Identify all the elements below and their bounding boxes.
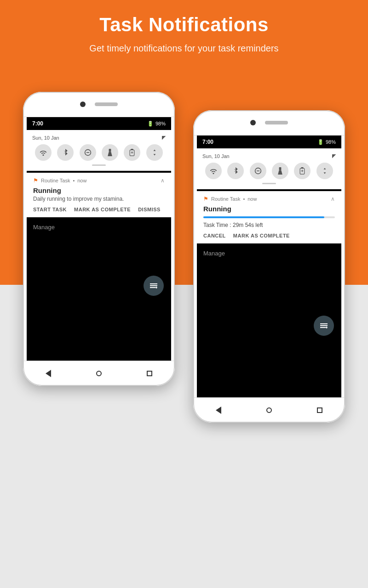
svg-marker-3	[108, 152, 112, 156]
qs-battery-saver-icon[interactable]	[124, 144, 140, 161]
black-area-right	[197, 261, 341, 367]
qs-signal-right: ◤	[332, 153, 336, 159]
svg-rect-2	[109, 149, 111, 152]
notif-time-left: now	[77, 178, 86, 183]
notif-mark-complete-btn-left[interactable]: MARK AS COMPLETE	[74, 207, 131, 212]
phone-left-camera	[80, 102, 86, 107]
qs-flashlight-icon-right[interactable]	[272, 163, 288, 179]
fab-button-left[interactable]	[144, 276, 164, 296]
nav-recents-left[interactable]	[147, 371, 152, 376]
battery-pct-left: 98%	[155, 121, 166, 126]
qs-battery-saver-icon-right[interactable]	[294, 163, 310, 179]
svg-marker-14	[278, 170, 282, 175]
notif-actions-left: START TASK MARK AS COMPLETE DISMISS	[33, 207, 165, 212]
phone-right-screen: 7:00 🔋 98% Sun, 10 Jan ◤	[197, 136, 341, 397]
qs-dnd-icon-right[interactable]	[250, 163, 266, 179]
manage-section-right: Manage	[197, 245, 341, 261]
status-bar-right: 7:00 🔋 98%	[197, 136, 341, 148]
qs-signal-left: ◤	[162, 135, 166, 141]
notif-start-task-btn[interactable]: START TASK	[33, 207, 67, 212]
qs-dnd-icon[interactable]	[80, 144, 96, 161]
quick-settings-left: Sun, 10 Jan ◤	[27, 130, 171, 171]
phone-left-speaker	[95, 102, 118, 106]
notif-body-left: Daily running to improve my stamina.	[33, 196, 165, 202]
nav-home-right[interactable]	[266, 407, 272, 413]
notif-app-left: ⚑ Routine Task • now	[33, 177, 86, 184]
battery-pct-right: 98%	[326, 139, 336, 145]
notif-mark-complete-btn-right[interactable]: MARK AS COMPLETE	[233, 233, 290, 238]
manage-label-right: Manage	[203, 250, 225, 257]
qs-icons-right	[202, 163, 336, 179]
phone-right: 7:00 🔋 98% Sun, 10 Jan ◤	[193, 110, 345, 423]
notif-app-right: ⚑ Routine Task • now	[203, 196, 257, 202]
nav-back-left[interactable]	[46, 370, 51, 377]
qs-divider-left	[92, 164, 106, 166]
notif-app-name-right: Routine Task	[211, 196, 240, 202]
page-title: Task Notifications	[99, 14, 269, 36]
notif-task-time: Task Time : 29m 54s left	[203, 222, 335, 228]
status-time-right: 7:00	[202, 139, 213, 145]
qs-wifi-icon-right[interactable]	[205, 163, 222, 179]
phone-right-camera	[250, 120, 256, 125]
qs-date-row-right: Sun, 10 Jan ◤	[202, 153, 336, 159]
phone-right-speaker	[265, 121, 288, 124]
notif-cancel-btn[interactable]: CANCEL	[203, 233, 226, 238]
svg-rect-13	[279, 167, 282, 170]
phone-right-bottom-bar	[193, 397, 345, 423]
status-right-left: 🔋 98%	[147, 121, 166, 127]
notif-time-right: now	[247, 196, 257, 202]
notif-dismiss-btn[interactable]: DISMISS	[138, 207, 161, 212]
notif-chevron-right: ∧	[331, 196, 335, 202]
qs-icons-left	[32, 144, 166, 161]
notif-app-name-left: Routine Task	[41, 178, 70, 183]
qs-flashlight-icon[interactable]	[102, 144, 118, 161]
progress-bar-fill	[203, 216, 324, 218]
qs-bluetooth-icon[interactable]	[57, 144, 74, 161]
qs-data-icon[interactable]	[146, 144, 163, 161]
notif-flag-icon-right: ⚑	[203, 196, 208, 202]
phone-right-top-bar	[193, 110, 345, 136]
status-bar-left: 7:00 🔋 98%	[27, 117, 171, 130]
notif-actions-right: CANCEL MARK AS COMPLETE	[203, 233, 335, 238]
phone-left-top-bar	[23, 92, 175, 117]
status-right-right: 🔋 98%	[317, 139, 336, 145]
notif-header-left: ⚑ Routine Task • now ∧	[33, 177, 165, 184]
page-subtitle: Get timely notifications for your task r…	[89, 43, 278, 54]
notif-title-left: Running	[33, 187, 165, 194]
notif-dot-right: •	[243, 196, 245, 202]
qs-bluetooth-icon-right[interactable]	[227, 163, 244, 179]
phone-left-bottom-bar	[23, 361, 175, 386]
notification-card-right: ⚑ Routine Task • now ∧ Running Task Time…	[197, 191, 341, 243]
nav-back-right[interactable]	[216, 407, 221, 414]
svg-rect-16	[301, 167, 304, 168]
battery-icon-right: 🔋	[317, 139, 324, 145]
phone-left-screen: 7:00 🔋 98% Sun, 10 Jan ◤	[27, 117, 171, 361]
fab-button-right[interactable]	[314, 316, 334, 336]
qs-divider-right	[262, 183, 276, 184]
phones-wrapper: 7:00 🔋 98% Sun, 10 Jan ◤	[0, 92, 368, 423]
qs-data-icon-right[interactable]	[316, 163, 333, 179]
black-area-left	[27, 235, 171, 327]
manage-label-left: Manage	[33, 224, 55, 231]
status-time-left: 7:00	[32, 120, 43, 127]
notif-chevron-left: ∧	[161, 177, 165, 184]
nav-recents-right[interactable]	[317, 407, 322, 413]
qs-date-row-left: Sun, 10 Jan ◤	[32, 135, 166, 141]
manage-section-left: Manage	[27, 219, 171, 235]
qs-wifi-icon[interactable]	[35, 144, 52, 161]
notif-title-right: Running	[203, 205, 335, 213]
notif-dot-left: •	[73, 178, 75, 183]
qs-date-left: Sun, 10 Jan	[32, 135, 59, 141]
phone-left: 7:00 🔋 98% Sun, 10 Jan ◤	[23, 92, 175, 386]
quick-settings-right: Sun, 10 Jan ◤	[197, 148, 341, 189]
notif-header-right: ⚑ Routine Task • now ∧	[203, 196, 335, 202]
notif-flag-icon-left: ⚑	[33, 177, 38, 184]
qs-date-right: Sun, 10 Jan	[202, 153, 230, 159]
svg-rect-5	[131, 149, 133, 150]
notification-card-left: ⚑ Routine Task • now ∧ Running Daily run…	[27, 173, 171, 217]
progress-bar-container	[203, 216, 335, 218]
battery-icon-left: 🔋	[147, 121, 154, 127]
nav-home-left[interactable]	[96, 371, 102, 376]
